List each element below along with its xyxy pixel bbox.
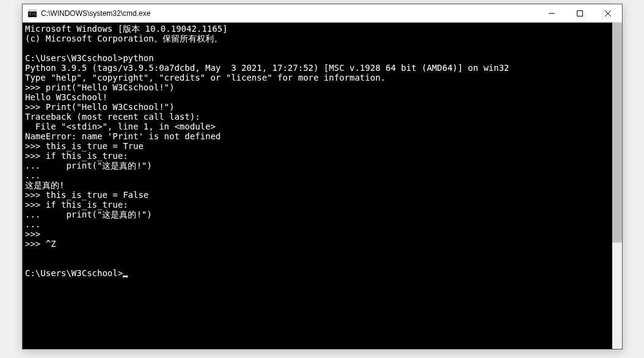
titlebar[interactable]: C:\ C:\WINDOWS\system32\cmd.exe bbox=[23, 4, 622, 23]
maximize-button[interactable] bbox=[566, 4, 594, 22]
scrollbar-thumb[interactable] bbox=[612, 23, 622, 243]
vertical-scrollbar[interactable] bbox=[612, 23, 622, 349]
terminal-area[interactable]: Microsoft Windows [版本 10.0.19042.1165] (… bbox=[23, 23, 622, 349]
svg-text:C:\: C:\ bbox=[29, 12, 36, 16]
terminal-output[interactable]: Microsoft Windows [版本 10.0.19042.1165] (… bbox=[23, 23, 612, 349]
window-controls bbox=[538, 4, 622, 22]
window-title: C:\WINDOWS\system32\cmd.exe bbox=[41, 9, 538, 18]
cursor-icon bbox=[123, 276, 128, 277]
cmd-window: C:\ C:\WINDOWS\system32\cmd.exe Microsof… bbox=[22, 4, 623, 349]
close-button[interactable] bbox=[594, 4, 622, 22]
cmd-icon: C:\ bbox=[27, 9, 37, 18]
svg-rect-4 bbox=[577, 10, 583, 16]
minimize-button[interactable] bbox=[538, 4, 566, 22]
